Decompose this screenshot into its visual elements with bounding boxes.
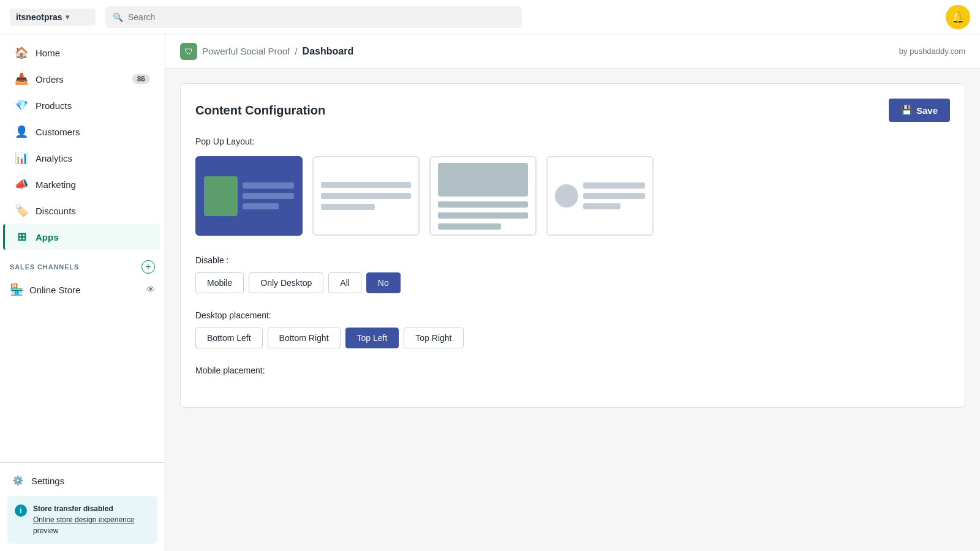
apps-icon: ⊞: [15, 230, 28, 244]
discounts-icon: 🏷️: [15, 204, 28, 217]
disable-section: Disable : Mobile Only Desktop All No: [195, 255, 950, 293]
sidebar-item-orders[interactable]: 📥 Orders 86: [5, 66, 160, 92]
store-transfer-text: Store transfer disabled Online store des…: [33, 503, 150, 536]
layout-2-line1: [321, 182, 411, 188]
search-bar: 🔍: [105, 6, 522, 28]
info-icon: i: [15, 504, 27, 517]
layout-option-3[interactable]: [429, 156, 537, 236]
settings-label: Settings: [31, 476, 64, 486]
disable-mobile-button[interactable]: Mobile: [195, 272, 244, 293]
layout-2-line2: [321, 193, 411, 199]
popup-layout-label: Pop Up Layout:: [195, 137, 950, 146]
sidebar-nav: 🏠 Home 📥 Orders 86 💎 Products 👤 Customer…: [0, 34, 165, 462]
popup-layout-section: Pop Up Layout:: [195, 137, 950, 236]
sidebar-footer: ⚙️ Settings i Store transfer disabled On…: [0, 462, 165, 551]
sidebar-item-label: Orders: [36, 74, 64, 84]
sidebar-item-home[interactable]: 🏠 Home: [5, 40, 160, 66]
layout-1-image: [204, 176, 238, 216]
content-area: 🛡 Powerful Social Proof / Dashboard by p…: [165, 34, 980, 551]
content-configuration-card: Content Configuration ▲ Pop Up Layout:: [180, 83, 965, 408]
layout-4-line1: [583, 182, 645, 189]
eye-icon[interactable]: 👁: [146, 285, 155, 294]
sidebar-item-analytics[interactable]: 📊 Analytics: [5, 145, 160, 171]
layout-option-1[interactable]: [195, 156, 303, 236]
card-header: Content Configuration ▲: [195, 99, 950, 122]
placement-bottom-right-button[interactable]: Bottom Right: [268, 328, 341, 348]
home-icon: 🏠: [15, 46, 28, 59]
search-input[interactable]: [128, 12, 514, 22]
sidebar-item-label: Home: [36, 48, 60, 58]
customers-icon: 👤: [15, 125, 28, 138]
sidebar-item-label: Customers: [36, 127, 80, 137]
desktop-placement-label: Desktop placement:: [195, 310, 950, 320]
save-button[interactable]: 💾 Save: [889, 99, 950, 122]
layout-3-preview: [438, 163, 528, 230]
sidebar-item-label: Apps: [36, 232, 59, 242]
desktop-placement-section: Desktop placement: Bottom Left Bottom Ri…: [195, 310, 950, 348]
sidebar-item-label: Marketing: [36, 179, 76, 190]
layout-1-line2: [243, 193, 294, 199]
breadcrumb-bar: 🛡 Powerful Social Proof / Dashboard by p…: [165, 34, 980, 69]
store-transfer-suffix: preview: [33, 527, 58, 535]
desktop-placement-options: Bottom Left Bottom Right Top Left Top Ri…: [195, 328, 950, 348]
layout-3-image: [438, 163, 528, 197]
disable-all-button[interactable]: All: [328, 272, 361, 293]
mobile-placement-label: Mobile placement:: [195, 365, 950, 375]
search-icon: 🔍: [113, 12, 123, 22]
online-store-icon: 🏪: [10, 283, 23, 296]
orders-badge: 86: [132, 74, 150, 84]
analytics-icon: 📊: [15, 151, 28, 165]
add-sales-channel-button[interactable]: +: [141, 260, 155, 274]
layout-1-line1: [243, 182, 294, 189]
topbar-right: 🔔: [946, 5, 970, 29]
store-selector[interactable]: itsneotpras ▾: [10, 9, 96, 26]
sidebar-item-apps[interactable]: ⊞ Apps: [3, 224, 160, 250]
disable-no-button[interactable]: No: [366, 272, 401, 293]
layout-3-line1: [438, 201, 528, 208]
sidebar-item-customers[interactable]: 👤 Customers: [5, 119, 160, 144]
sidebar-item-discounts[interactable]: 🏷️ Discounts: [5, 198, 160, 223]
sidebar-item-online-store[interactable]: 🏪 Online Store 👁: [5, 278, 160, 301]
layout-1-preview: [204, 176, 294, 216]
page-content: Content Configuration ▲ Pop Up Layout:: [165, 69, 980, 422]
placement-bottom-left-button[interactable]: Bottom Left: [195, 328, 263, 348]
sidebar-item-products[interactable]: 💎 Products: [5, 92, 160, 118]
card-title: Content Configuration: [195, 103, 325, 118]
sales-channels-section: SALES CHANNELS +: [0, 250, 165, 277]
layout-4-line2: [583, 193, 645, 199]
layout-4-circle: [555, 184, 578, 208]
breadcrumb-separator: /: [295, 46, 297, 56]
breadcrumb-current: Dashboard: [303, 46, 354, 57]
sidebar-item-marketing[interactable]: 📣 Marketing: [5, 171, 160, 197]
placement-top-left-button[interactable]: Top Left: [345, 328, 399, 348]
layout-1-line3: [243, 203, 279, 209]
sales-channels-label: SALES CHANNELS: [10, 263, 79, 271]
breadcrumb-by: by pushdaddy.com: [899, 47, 965, 56]
placement-top-right-button[interactable]: Top Right: [404, 328, 463, 348]
store-transfer-title: Store transfer disabled: [33, 504, 113, 513]
breadcrumb: 🛡 Powerful Social Proof / Dashboard: [180, 43, 353, 60]
notifications-button[interactable]: 🔔: [946, 5, 970, 29]
online-store-label: Online Store: [29, 285, 80, 295]
layout-4-line3: [583, 203, 620, 209]
layout-4-lines: [583, 182, 645, 209]
layout-4-preview: [555, 182, 645, 209]
disable-options: Mobile Only Desktop All No: [195, 272, 950, 293]
save-icon: 💾: [901, 105, 913, 116]
layout-option-2[interactable]: [312, 156, 420, 236]
sidebar-item-label: Discounts: [36, 206, 76, 216]
app-icon: 🛡: [180, 43, 197, 60]
save-label: Save: [916, 105, 938, 116]
products-icon: 💎: [15, 99, 28, 112]
layout-2-preview: [321, 182, 411, 210]
disable-only-desktop-button[interactable]: Only Desktop: [249, 272, 323, 293]
sidebar-settings[interactable]: ⚙️ Settings: [7, 470, 157, 491]
layout-1-lines: [243, 182, 294, 209]
chevron-down-icon: ▾: [66, 13, 69, 21]
layout-option-4[interactable]: [546, 156, 654, 236]
store-name: itsneotpras: [16, 12, 62, 22]
main-layout: 🏠 Home 📥 Orders 86 💎 Products 👤 Customer…: [0, 34, 980, 551]
store-design-link[interactable]: Online store design experience: [33, 515, 134, 524]
marketing-icon: 📣: [15, 178, 28, 191]
orders-icon: 📥: [15, 72, 28, 86]
